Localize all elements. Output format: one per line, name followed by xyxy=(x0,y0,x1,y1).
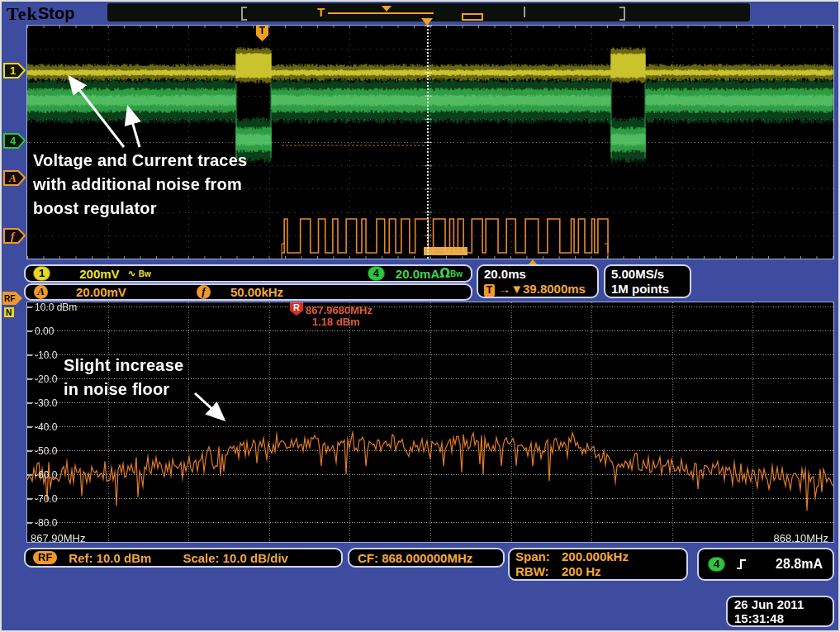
spectrum-y-label: -50.0 xyxy=(35,445,57,457)
spectrum-y-label: -70.0 xyxy=(35,493,57,505)
spectrum-canvas xyxy=(27,302,833,542)
tek-logo: Tek xyxy=(7,3,38,25)
acquisition-readout[interactable]: 5.00MS/s 1M points xyxy=(604,264,691,298)
top-annotation-line: with additional noise from xyxy=(33,173,247,197)
channel4-scale: 20.0mA xyxy=(396,267,439,281)
waveform-canvas xyxy=(27,26,833,259)
span-rbw-readout[interactable]: Span:200.000kHz RBW:200 Hz xyxy=(508,548,688,581)
trigger-position-icon[interactable] xyxy=(382,6,392,12)
rf-badge: RF xyxy=(33,551,57,564)
time-domain-graticule[interactable] xyxy=(26,25,834,259)
trigger-delay: 39.8000ms xyxy=(523,282,586,296)
channel4-label: 4 xyxy=(10,135,17,147)
math-freq-readout-bar[interactable]: A 20.00mV f 50.00kHz xyxy=(24,283,472,301)
timebase-readout[interactable]: 20.0ms T →▼39.8000ms xyxy=(477,264,599,298)
spectrum-y-label: 10.0 dBm xyxy=(35,302,77,313)
freq-value: 50.00kHz xyxy=(230,285,283,299)
top-annotation-line: Voltage and Current traces xyxy=(33,149,247,173)
trigger-handle-icon[interactable]: T xyxy=(317,5,325,19)
spectrum-annotation-line: in noise floor xyxy=(64,378,183,402)
rf-ref-level: Ref: 10.0 dBm xyxy=(69,551,151,565)
datetime-readout[interactable]: 26 Jun 2011 15:31:48 xyxy=(726,596,834,627)
spectrum-annotation-line: Slight increase xyxy=(64,354,183,378)
sample-rate: 5.00MS/s xyxy=(611,267,664,282)
rising-edge-icon xyxy=(736,558,747,571)
timebase-scale: 20.0ms xyxy=(484,267,526,282)
acquisition-status: Stop xyxy=(38,4,74,23)
record-length: 1M points xyxy=(611,282,669,297)
spectrum-y-label: -20.0 xyxy=(35,373,57,385)
oscilloscope-screen: Tek Stop T 1 4 A f RF N T V xyxy=(0,0,840,632)
time-value: 15:31:48 xyxy=(734,611,784,625)
trigger-level: 28.8mA xyxy=(776,557,823,572)
rf-scale: Scale: 10.0 dB/div xyxy=(183,551,288,565)
spectrum-y-label: -40.0 xyxy=(35,421,57,433)
channel1-badge: 1 xyxy=(34,267,50,280)
channel-readout-bar[interactable]: 1 200mV ∿ Bw 4 20.0mA Ω Bw xyxy=(24,264,472,283)
center-frequency-readout[interactable]: CF: 868.000000MHz xyxy=(348,548,505,568)
rf-settings-readout[interactable]: RF Ref: 10.0 dBm Scale: 10.0 dB/div xyxy=(24,548,343,568)
mathA-badge: A xyxy=(34,285,48,299)
expansion-point-icon[interactable] xyxy=(421,18,433,26)
spectrum-y-label: -10.0 xyxy=(35,349,57,361)
bandwidth-limit-icon: Bw xyxy=(139,269,151,278)
span-value: 200.000kHz xyxy=(562,549,629,563)
freq-badge: f xyxy=(197,285,211,299)
ohm-icon: Ω xyxy=(439,266,450,281)
rf-trigger-readout[interactable]: 4 28.8mA xyxy=(697,548,834,581)
marker-amplitude: 1.18 dBm xyxy=(312,316,360,328)
freq-position-marker[interactable]: f xyxy=(3,228,26,244)
channel4-position-marker[interactable]: 4 xyxy=(3,133,26,149)
rf-normal-trace-label: N xyxy=(6,308,12,317)
top-annotation-line: boost regulator xyxy=(33,197,247,221)
rbw-value: 200 Hz xyxy=(562,564,601,578)
trigger-span-line xyxy=(328,12,434,14)
bandwidth-limit-icon: Bw xyxy=(450,269,463,278)
top-annotation: Voltage and Current traces with addition… xyxy=(33,149,247,221)
rbw-label: RBW: xyxy=(515,564,562,579)
mathA-scale: 20.00mV xyxy=(76,285,126,299)
spectrum-y-label: -80.0 xyxy=(35,517,57,529)
zoom-window-icon[interactable] xyxy=(462,13,483,21)
delay-marker-icon: ▼ xyxy=(510,282,523,296)
spectrum-y-label: -60.0 xyxy=(35,469,57,481)
spectrum-y-label: -30.0 xyxy=(35,397,57,409)
arrow-icon: → xyxy=(498,282,510,296)
coupling-icon: ∿ xyxy=(128,268,136,279)
date-value: 26 Jun 2011 xyxy=(734,597,804,611)
spectrum-start-freq: 867.90MHz xyxy=(31,532,85,544)
channel4-badge: 4 xyxy=(368,267,384,280)
mathA-label: A xyxy=(8,172,17,184)
mathA-position-marker[interactable]: A xyxy=(3,170,26,186)
spectrum-annotation: Slight increase in noise floor xyxy=(64,354,183,402)
channel1-position-marker[interactable]: 1 xyxy=(3,63,26,78)
zoom-bracket-right-icon[interactable] xyxy=(619,7,625,21)
channel1-label: 1 xyxy=(10,64,16,77)
zoom-bracket-left-icon[interactable] xyxy=(241,7,247,21)
marker-frequency: 867.9680MHz xyxy=(306,304,373,316)
record-tick xyxy=(524,7,525,17)
spectrum-stop-freq: 868.10MHz xyxy=(774,532,828,544)
trigger-t-icon: T xyxy=(484,284,495,297)
trigger-source-badge: 4 xyxy=(709,558,724,571)
channel1-scale: 200mV xyxy=(79,267,119,281)
rf-position-marker[interactable]: RF N xyxy=(2,292,24,321)
rf-spectrum-graticule[interactable]: 867.90MHz 868.10MHz 10.0 dBm0.00-10.0-20… xyxy=(26,302,834,543)
spectrum-y-label: 0.00 xyxy=(35,326,54,337)
center-frequency: CF: 868.000000MHz xyxy=(358,551,472,565)
rf-marker-label: RF xyxy=(4,294,15,303)
span-label: Span: xyxy=(515,549,562,564)
